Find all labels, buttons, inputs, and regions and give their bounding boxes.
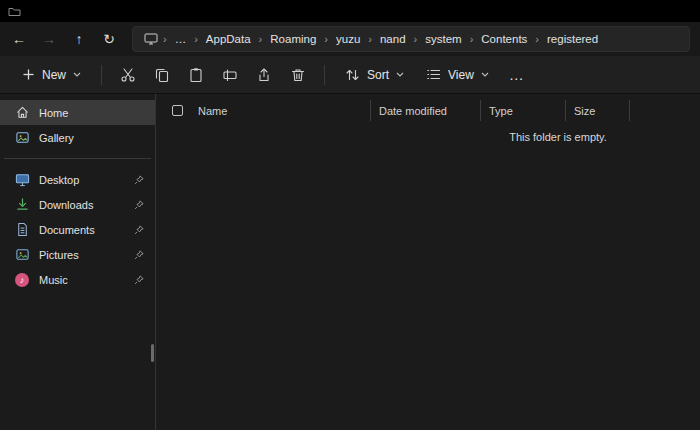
sort-button[interactable]: Sort (335, 62, 414, 88)
breadcrumb-separator: › (469, 33, 475, 45)
sidebar-item-documents[interactable]: Documents (0, 217, 155, 242)
home-icon (14, 105, 30, 121)
paste-button[interactable] (180, 60, 212, 90)
toolbar-separator (101, 65, 102, 85)
sort-button-label: Sort (367, 68, 389, 82)
file-explorer-window: ← → ↑ ↻ › … › AppData › Roaming › yuzu ›… (0, 0, 700, 430)
breadcrumb-item-contents[interactable]: Contents (475, 30, 533, 48)
chevron-down-icon (396, 72, 404, 77)
breadcrumb-separator: › (323, 33, 329, 45)
share-icon (256, 67, 272, 83)
toolbar-separator (324, 65, 325, 85)
new-button-label: New (42, 68, 66, 82)
sidebar-item-label: Documents (39, 224, 124, 236)
chevron-down-icon (73, 72, 81, 77)
rename-icon (222, 67, 238, 83)
back-button[interactable]: ← (4, 26, 34, 52)
share-button[interactable] (248, 60, 280, 90)
breadcrumb-separator: › (193, 33, 199, 45)
pin-icon (133, 274, 145, 286)
music-icon: ♪ (14, 272, 30, 288)
sidebar-item-label: Pictures (39, 249, 124, 261)
copy-icon (154, 67, 170, 83)
file-list-pane: Name Date modified Type Size This folder… (156, 94, 700, 430)
breadcrumb-ellipsis[interactable]: … (169, 30, 193, 48)
breadcrumb-separator: › (367, 33, 373, 45)
breadcrumb-item-registered[interactable]: registered (541, 30, 604, 48)
sidebar-item-label: Music (39, 274, 124, 286)
pin-icon (133, 249, 145, 261)
documents-icon (14, 222, 30, 238)
chevron-down-icon (481, 72, 489, 77)
sidebar-scrollbar-thumb[interactable] (151, 344, 154, 362)
gallery-icon (14, 130, 30, 146)
cut-button[interactable] (112, 60, 144, 90)
more-options-button[interactable]: … (501, 60, 533, 90)
paste-icon (188, 67, 204, 83)
pin-icon (133, 224, 145, 236)
sidebar-item-gallery[interactable]: Gallery (0, 125, 155, 150)
breadcrumb-item-yuzu[interactable]: yuzu (330, 30, 366, 48)
sidebar-item-home[interactable]: Home (0, 100, 155, 125)
sort-icon (345, 68, 360, 82)
navigation-bar: ← → ↑ ↻ › … › AppData › Roaming › yuzu ›… (0, 22, 700, 56)
cut-icon (120, 67, 136, 83)
breadcrumb-item-system[interactable]: system (419, 30, 467, 48)
column-header-row: Name Date modified Type Size (156, 100, 700, 121)
folder-tab-icon (8, 6, 21, 17)
column-header-label: Size (574, 105, 595, 117)
column-header-end-divider (629, 100, 638, 121)
breadcrumb-item-appdata[interactable]: AppData (200, 30, 257, 48)
view-icon (426, 68, 441, 81)
address-bar[interactable]: › … › AppData › Roaming › yuzu › nand › … (132, 26, 690, 52)
sidebar-item-label: Gallery (39, 132, 145, 144)
sidebar-item-label: Home (39, 107, 145, 119)
delete-button[interactable] (282, 60, 314, 90)
forward-button[interactable]: → (34, 26, 64, 52)
sidebar-divider (4, 158, 151, 159)
column-header-label: Date modified (379, 105, 447, 117)
pin-icon (133, 174, 145, 186)
breadcrumb-separator: › (534, 33, 540, 45)
music-note-icon: ♪ (15, 273, 29, 287)
sidebar-item-downloads[interactable]: Downloads (0, 192, 155, 217)
command-bar: New (0, 56, 700, 94)
sidebar-item-desktop[interactable]: Desktop (0, 167, 155, 192)
breadcrumb-item-nand[interactable]: nand (374, 30, 412, 48)
column-header-name[interactable]: Name (190, 100, 370, 121)
up-button[interactable]: ↑ (64, 26, 94, 52)
sidebar-item-label: Desktop (39, 174, 124, 186)
view-button[interactable]: View (416, 62, 499, 88)
breadcrumb-separator: › (413, 33, 419, 45)
pin-icon (133, 199, 145, 211)
sidebar-item-label: Downloads (39, 199, 124, 211)
trash-icon (290, 67, 306, 83)
copy-button[interactable] (146, 60, 178, 90)
column-header-label: Name (198, 105, 227, 117)
select-all-cell (156, 100, 190, 121)
select-all-checkbox[interactable] (172, 105, 183, 116)
pictures-icon (14, 247, 30, 263)
new-button[interactable]: New (12, 62, 91, 88)
navigation-sidebar: Home Gallery (0, 94, 156, 430)
downloads-icon (14, 197, 30, 213)
sidebar-item-music[interactable]: ♪ Music (0, 267, 155, 292)
view-button-label: View (448, 68, 474, 82)
column-header-type[interactable]: Type (480, 100, 565, 121)
window-body: Home Gallery (0, 94, 700, 430)
empty-folder-message: This folder is empty. (509, 131, 607, 143)
refresh-button[interactable]: ↻ (94, 26, 124, 52)
column-header-date-modified[interactable]: Date modified (370, 100, 480, 121)
breadcrumb-separator: › (258, 33, 264, 45)
breadcrumb-item-roaming[interactable]: Roaming (264, 30, 322, 48)
column-header-label: Type (489, 105, 513, 117)
plus-icon (22, 68, 35, 81)
desktop-icon (14, 172, 30, 188)
titlebar (0, 0, 700, 22)
this-pc-icon (141, 33, 161, 45)
rename-button[interactable] (214, 60, 246, 90)
sidebar-item-pictures[interactable]: Pictures (0, 242, 155, 267)
column-header-size[interactable]: Size (565, 100, 629, 121)
breadcrumb-separator: › (162, 33, 168, 45)
